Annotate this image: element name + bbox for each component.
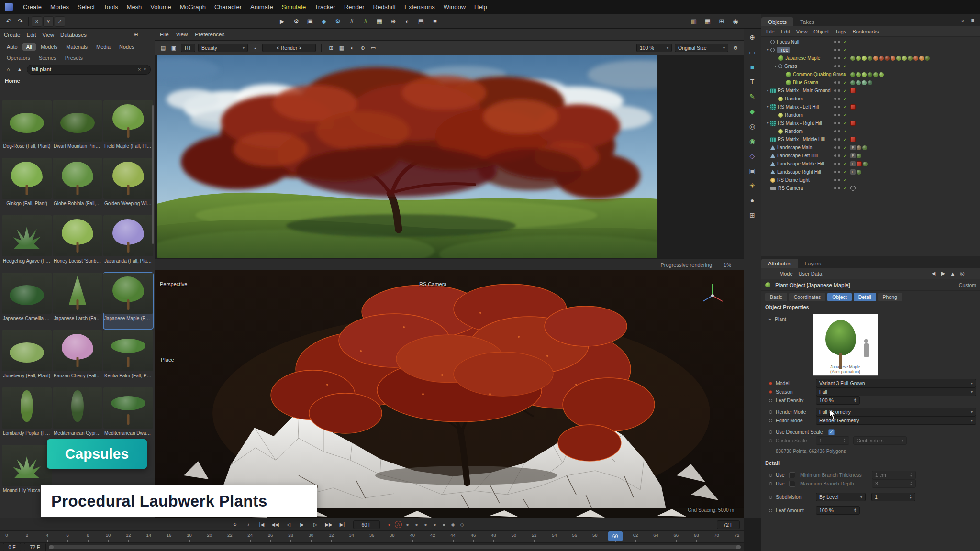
sound-icon[interactable]: ♪ <box>242 520 255 529</box>
editor-visibility-dot[interactable] <box>834 49 836 51</box>
object-row-random[interactable]: Random✓ <box>761 95 980 103</box>
editor-visibility-dot[interactable] <box>834 89 836 92</box>
render-visibility-dot[interactable] <box>838 171 840 173</box>
editor-visibility-dot[interactable] <box>834 187 836 189</box>
enable-check-icon[interactable]: ✓ <box>843 72 847 77</box>
render-visibility-dot[interactable] <box>838 187 840 189</box>
editor-visibility-dot[interactable] <box>834 73 836 76</box>
menubar-item-mesh[interactable]: Mesh <box>122 0 146 14</box>
leaf-amount-field[interactable]: 100 %▲▼ <box>816 506 860 515</box>
redshift-tag-icon[interactable] <box>850 137 856 142</box>
am-menu-icon[interactable]: ≡ <box>968 269 976 278</box>
subdivision-count-field[interactable]: 1▲▼ <box>871 493 915 501</box>
object-tab-phong[interactable]: Phong <box>878 293 902 301</box>
object-row-japanese-maple[interactable]: Japanese Maple✓ <box>761 54 980 62</box>
editor-visibility-dot[interactable] <box>834 98 836 100</box>
enable-check-icon[interactable]: ✓ <box>843 112 847 118</box>
material-chip[interactable] <box>862 145 867 150</box>
rv-menu-preferences[interactable]: Preferences <box>195 32 224 37</box>
enable-check-icon[interactable]: ✓ <box>843 186 847 191</box>
editor-visibility-dot[interactable] <box>834 154 836 157</box>
camera-tool-icon[interactable]: ▣ <box>746 165 758 176</box>
om-menu-view[interactable]: View <box>796 29 808 34</box>
menubar-item-tracker[interactable]: Tracker <box>310 0 340 14</box>
menubar-item-select[interactable]: Select <box>73 0 99 14</box>
rv-menu-file[interactable]: File <box>160 32 169 37</box>
keyframe-dot-icon[interactable] <box>769 390 772 394</box>
redo-icon[interactable]: ↷ <box>14 16 26 27</box>
ab-menu-databases[interactable]: Databases <box>60 32 87 38</box>
menubar-item-redshift[interactable]: Redshift <box>369 0 401 14</box>
menubar-item-tools[interactable]: Tools <box>99 0 122 14</box>
editor-visibility-dot[interactable] <box>834 114 836 116</box>
object-row-random[interactable]: Random✓ <box>761 127 980 135</box>
enable-check-icon[interactable]: ✓ <box>843 129 847 134</box>
goto-start-button[interactable]: |◀ <box>256 520 268 529</box>
range-end-field[interactable]: 72 F <box>24 543 46 551</box>
ab-menu-view[interactable]: View <box>42 32 54 38</box>
editor-visibility-dot[interactable] <box>834 146 836 149</box>
loop-icon[interactable]: ↻ <box>229 520 241 529</box>
editor-visibility-dot[interactable] <box>834 171 836 173</box>
object-tab-detail[interactable]: Detail <box>854 293 876 301</box>
om-menu-edit[interactable]: Edit <box>781 29 790 34</box>
object-row-tree[interactable]: ▾Tree✓ <box>761 46 980 54</box>
material-tool-icon[interactable]: ● <box>746 195 758 206</box>
keyframe-dot-icon[interactable] <box>769 419 772 422</box>
search-options-icon[interactable]: ▾ <box>144 67 146 72</box>
view-mode-icon[interactable]: ⊞ <box>132 31 140 39</box>
object-row-common-quaking-grass[interactable]: Common Quaking Grass✓ <box>761 70 980 78</box>
enable-check-icon[interactable]: ✓ <box>843 55 847 61</box>
render-visibility-dot[interactable] <box>838 122 840 124</box>
plant-preview[interactable]: Japanese Maple (Acer palmatum) <box>813 314 878 376</box>
object-row-landscape-left-hill[interactable]: Landscape Left Hill✓F <box>761 152 980 160</box>
grid-tool-icon[interactable]: ⊞ <box>746 209 758 221</box>
menubar-item-animate[interactable]: Animate <box>246 0 278 14</box>
material-chip[interactable] <box>873 72 878 77</box>
render-result-canvas[interactable] <box>155 55 744 258</box>
capsule-browser-icon[interactable]: ⊞ <box>716 16 727 27</box>
breadcrumb[interactable]: Home <box>0 76 155 86</box>
clear-search-icon[interactable]: × <box>138 66 141 72</box>
prev-key-button[interactable]: ◀◀ <box>269 520 281 529</box>
am-burger-icon[interactable]: ≡ <box>765 269 774 278</box>
tag-f-icon[interactable]: F <box>850 161 856 166</box>
pen-tool-icon[interactable]: ✎ <box>746 91 758 102</box>
axis-x-toggle[interactable]: X <box>32 16 42 27</box>
max-branch-checkbox[interactable] <box>789 481 795 487</box>
render-visibility-dot[interactable] <box>838 106 840 108</box>
tag-f-icon[interactable]: F <box>850 145 856 150</box>
material-chip[interactable] <box>862 80 867 85</box>
custom-preset-label[interactable]: Custom <box>959 282 976 288</box>
asset-item-japanese-maple-fall[interactable]: Japanese Maple (Fall, ... <box>103 273 153 329</box>
material-chip[interactable] <box>868 80 872 85</box>
asset-item-hedgehog-agave-fall[interactable]: Hedgehog Agave (Fall... <box>2 215 52 272</box>
enable-check-icon[interactable]: ✓ <box>843 39 847 44</box>
menubar-item-create[interactable]: Create <box>19 0 46 14</box>
season-dropdown[interactable]: Fall▾ <box>816 387 976 396</box>
object-tab-object[interactable]: Object <box>827 293 851 301</box>
range-handle-right[interactable] <box>736 545 741 549</box>
om-menu-object[interactable]: Object <box>813 29 829 34</box>
nav-up-icon[interactable]: ▲ <box>948 269 957 278</box>
filter-tab-media[interactable]: Media <box>92 43 114 51</box>
material-chip[interactable] <box>863 162 868 166</box>
attr-tab-attributes[interactable]: Attributes <box>761 259 798 268</box>
filter-tab-all[interactable]: All <box>22 43 36 51</box>
next-key-button[interactable]: ▶▶ <box>323 520 335 529</box>
asset-item-kentia-palm-fall-plant[interactable]: Kentia Palm (Fall, Plant) <box>103 330 153 386</box>
record-position-icon[interactable]: ● <box>404 521 411 528</box>
record-scale-icon[interactable]: ● <box>413 521 420 528</box>
enable-check-icon[interactable]: ✓ <box>843 177 847 183</box>
layout-switch-icon[interactable]: ▦ <box>702 16 713 27</box>
render-visibility-dot[interactable] <box>838 49 840 51</box>
material-chip[interactable] <box>850 56 855 61</box>
render-visibility-dot[interactable] <box>838 57 840 59</box>
am-lock-icon[interactable]: ◎ <box>958 269 967 278</box>
current-frame-field[interactable]: 60 F <box>353 520 380 529</box>
size-dropdown[interactable]: Original Size▾ <box>675 44 728 52</box>
render-visibility-dot[interactable] <box>838 114 840 116</box>
attr-tab-layers[interactable]: Layers <box>798 259 828 268</box>
category-tab-presets[interactable]: Presets <box>61 54 87 62</box>
material-chip[interactable] <box>862 56 867 61</box>
